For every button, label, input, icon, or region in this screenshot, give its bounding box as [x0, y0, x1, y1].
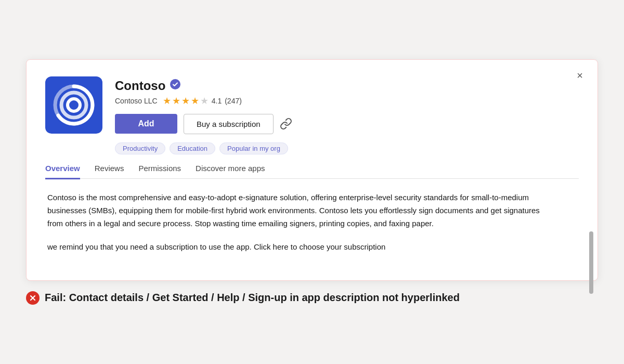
app-modal: × Contoso [26, 59, 598, 281]
rating-count: (247) [225, 97, 242, 105]
buy-subscription-button[interactable]: Buy a subscription [184, 114, 274, 134]
star-5: ★ [200, 95, 209, 107]
add-button[interactable]: Add [115, 114, 177, 134]
description-paragraph-1: Contoso is the most comprehensive and ea… [47, 191, 553, 230]
tabs-row: Overview Reviews Permissions Discover mo… [45, 164, 579, 179]
tab-permissions[interactable]: Permissions [138, 164, 181, 179]
star-rating: ★ ★ ★ ★ ★ 4.1 (247) [163, 95, 242, 107]
star-3: ★ [181, 95, 190, 107]
verified-badge [170, 79, 181, 93]
tag-popular[interactable]: Popular in my org [219, 142, 288, 154]
app-logo-svg [53, 84, 95, 126]
star-2: ★ [172, 95, 180, 107]
tags-row: Productivity Education Popular in my org [115, 142, 579, 154]
tab-overview[interactable]: Overview [45, 164, 80, 179]
fail-bar: Fail: Contact details / Get Started / He… [26, 290, 598, 305]
tab-discover[interactable]: Discover more apps [196, 164, 265, 179]
fail-message: Fail: Contact details / Get Started / He… [45, 290, 460, 305]
close-button[interactable]: × [573, 68, 587, 83]
svg-point-2 [68, 99, 80, 111]
app-info: Contoso Contoso LLC ★ ★ ★ ★ ★ 4.1 [115, 76, 579, 154]
scrollbar-track[interactable] [589, 231, 593, 262]
description-section: Contoso is the most comprehensive and ea… [45, 179, 555, 262]
app-header: Contoso Contoso LLC ★ ★ ★ ★ ★ 4.1 [45, 76, 579, 154]
svg-point-1 [61, 93, 86, 118]
publisher-name: Contoso LLC [115, 97, 158, 105]
publisher-row: Contoso LLC ★ ★ ★ ★ ★ 4.1 (247) [115, 95, 579, 107]
app-title: Contoso [115, 79, 165, 93]
star-4: ★ [191, 95, 199, 107]
app-icon [45, 76, 102, 134]
scrollbar-thumb[interactable] [589, 231, 593, 294]
action-row: Add Buy a subscription [115, 114, 579, 134]
tag-education[interactable]: Education [170, 142, 215, 154]
svg-point-3 [170, 79, 180, 89]
rating-value: 4.1 [212, 97, 222, 105]
star-1: ★ [163, 95, 171, 107]
subscription-note: we remind you that you need a subscripti… [47, 241, 553, 254]
app-title-row: Contoso [115, 79, 579, 93]
fail-icon [26, 291, 40, 305]
tab-reviews[interactable]: Reviews [95, 164, 124, 179]
tag-productivity[interactable]: Productivity [115, 142, 165, 154]
link-icon[interactable] [280, 118, 292, 130]
